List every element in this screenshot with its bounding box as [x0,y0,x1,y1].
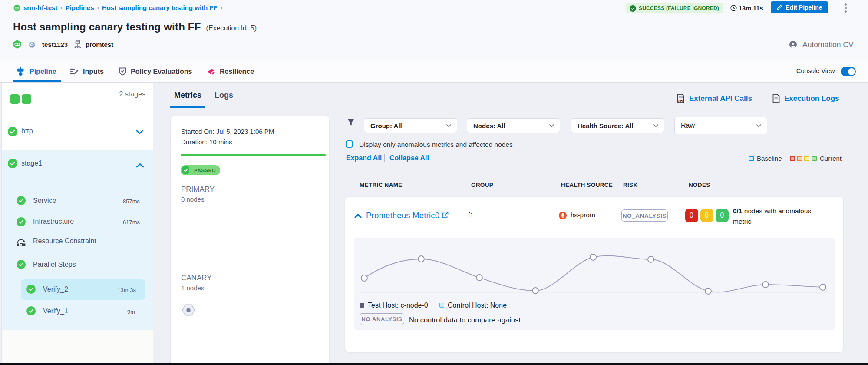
svg-text:API: API [678,99,683,102]
